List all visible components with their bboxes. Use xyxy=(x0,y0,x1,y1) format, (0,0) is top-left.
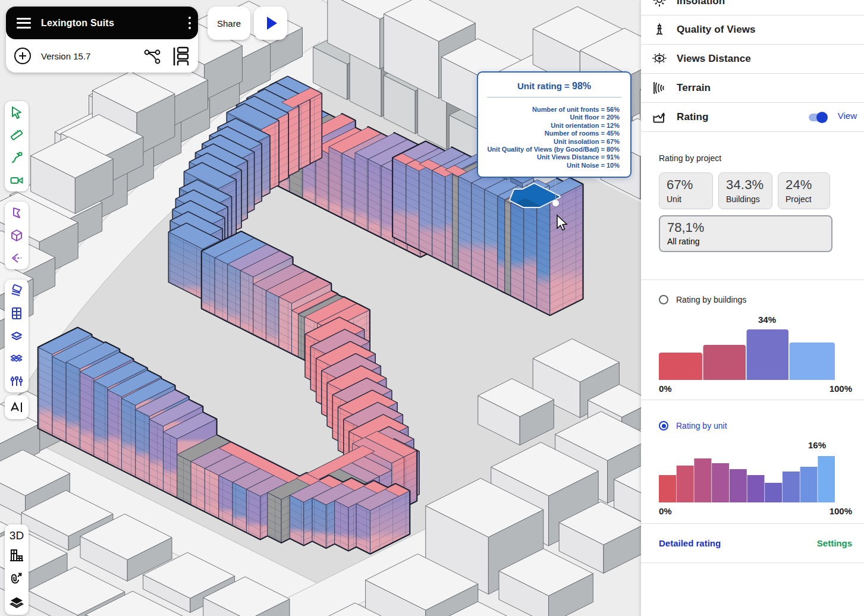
svg-text:16%: 16% xyxy=(808,440,826,450)
svg-text:34%: 34% xyxy=(758,315,776,325)
